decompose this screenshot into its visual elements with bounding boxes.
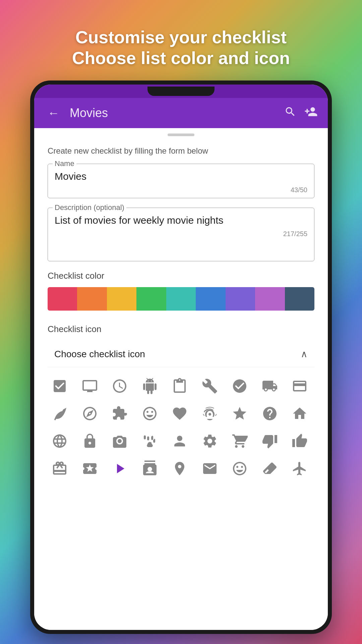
color-swatch-8[interactable] [285,287,314,311]
icon-android[interactable] [138,374,162,398]
name-label: Name [53,159,76,168]
icon-plane[interactable] [288,457,312,481]
icon-face[interactable] [138,401,162,426]
name-char-count: 43/50 [55,186,307,194]
color-swatch-6[interactable] [226,287,255,311]
color-section-label: Checklist color [48,271,314,281]
icon-compass[interactable] [78,401,102,426]
color-swatch-0[interactable] [48,287,77,311]
icon-globe[interactable] [48,429,72,453]
toolbar-title: Movies [70,106,278,120]
icon-briefcase[interactable] [48,457,72,481]
icon-contacts[interactable] [138,457,162,481]
back-button[interactable]: ← [44,103,63,123]
description-value: List of movies for weekly movie nights [55,213,307,227]
icon-smiley[interactable] [228,457,252,481]
icon-check-circle[interactable] [228,374,252,398]
icon-truck[interactable] [258,374,282,398]
choose-icon-text: Choose checklist icon [54,349,145,360]
icon-pin[interactable] [168,457,192,481]
icon-thumbdown[interactable] [258,429,282,453]
icon-home[interactable] [288,401,312,426]
promo-line2: Choose list color and icon [20,48,342,68]
chevron-up-icon: ∧ [301,348,308,360]
icon-ticket[interactable] [78,457,102,481]
description-label: Description (optional) [53,203,126,212]
icon-checkbox[interactable] [48,374,72,398]
add-person-icon[interactable] [304,105,318,121]
phone-device: ← Movies Create new checklist by filling [30,80,332,634]
icon-eraser[interactable] [258,457,282,481]
icon-gear[interactable] [198,429,222,453]
form-hint: Create new checklist by filling the form… [48,146,314,156]
icon-play[interactable] [108,457,132,481]
toolbar-actions [284,105,318,121]
notch [147,87,215,96]
promo-section: Customise your checklist Choose list col… [0,0,362,82]
icon-mail[interactable] [198,457,222,481]
color-swatch-3[interactable] [136,287,166,311]
icon-wrench[interactable] [198,374,222,398]
icon-star[interactable] [228,401,252,426]
color-swatch-5[interactable] [196,287,225,311]
color-swatch-7[interactable] [255,287,285,311]
icon-thumbup[interactable] [288,429,312,453]
icon-binoculars[interactable] [108,429,132,453]
promo-line1: Customise your checklist [20,27,342,48]
icon-clock[interactable] [108,374,132,398]
name-field[interactable]: Name Movies 43/50 [48,164,314,198]
color-palette [48,287,314,311]
choose-icon-header[interactable]: Choose checklist icon ∧ [48,341,314,367]
icon-tv[interactable] [78,374,102,398]
icon-heart[interactable] [168,401,192,426]
toolbar: ← Movies [34,98,328,128]
icon-paw[interactable] [138,429,162,453]
icon-cart[interactable] [228,429,252,453]
name-value: Movies [55,169,307,183]
phone-screen: ← Movies Create new checklist by filling [34,85,328,630]
icon-lock[interactable] [78,429,102,453]
icon-question[interactable] [258,401,282,426]
color-swatch-2[interactable] [107,287,136,311]
icon-puzzle[interactable] [108,401,132,426]
icon-fingerprint[interactable] [198,401,222,426]
icon-clipboard[interactable] [168,374,192,398]
icon-person[interactable] [168,429,192,453]
content-area: Create new checklist by filling the form… [34,140,328,630]
description-field[interactable]: Description (optional) List of movies fo… [48,208,314,261]
drag-handle [168,133,194,136]
icon-card[interactable] [288,374,312,398]
status-bar [34,85,328,98]
search-icon[interactable] [284,106,296,120]
icon-grid [48,371,314,484]
icon-leaf[interactable] [48,401,72,426]
description-char-count: 217/255 [55,230,307,238]
icon-section-label: Checklist icon [48,324,314,334]
color-swatch-1[interactable] [77,287,107,311]
color-swatch-4[interactable] [166,287,196,311]
